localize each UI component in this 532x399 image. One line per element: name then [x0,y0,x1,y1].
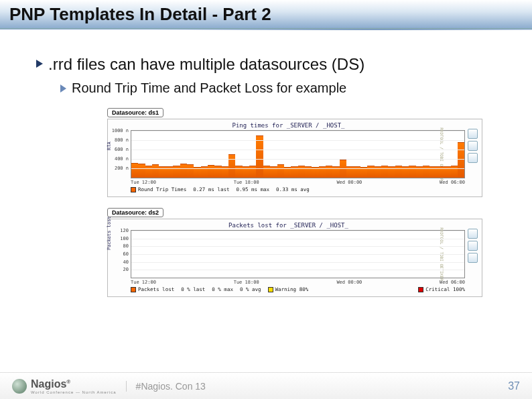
chart2-legend-max: 0 % max [212,286,233,292]
xml-icon[interactable] [468,141,478,151]
chart1-xlabels: Tue 12:00Tue 18:00Wed 00:00Wed 06:00 [131,180,465,185]
chart1-legend-max: 0.95 ms max [236,186,269,192]
hashtag: #Nagios. Con 13 [126,381,206,392]
datasource-label-2: Datasource: ds2 [107,208,163,217]
chart2-legend: Packets lost 0 % last 0 % max 0 % avg Wa… [131,286,465,292]
chart2-toolbar [468,222,478,292]
charts-container: Datasource: ds1 Ping times for _SERVER /… [107,105,482,297]
logo-sub: World Conference — North America [31,390,117,394]
chart-frame-ds1: Ping times for _SERVER / _HOST_ RTA RRDT… [107,119,482,197]
globe-icon [12,379,27,394]
chart1-bars [131,131,464,178]
chart2-title: Packets lost for _SERVER / _HOST_ [112,222,465,229]
bullet-text-2: Round Trip Time and Packet Loss for exam… [72,80,346,96]
xml-icon[interactable] [468,241,478,251]
chart2-xlabels: Tue 12:00Tue 18:00Wed 00:00Wed 06:00 [131,280,465,285]
nagios-logo: Nagios® World Conference — North America [12,378,117,394]
pdf-icon[interactable] [468,229,478,239]
chart1-legend-last: 0.27 ms last [193,186,229,192]
datasource-label-1: Datasource: ds1 [107,108,163,117]
pdf-icon[interactable] [468,129,478,139]
chart-ds2: Packets lost for _SERVER / _HOST_ Packet… [112,222,465,292]
bullet-level-2: Round Trip Time and Packet Loss for exam… [60,80,505,96]
chart2-legend-name: Packets lost [138,286,174,292]
bullet-icon [60,84,66,93]
chart-frame-ds2: Packets lost for _SERVER / _HOST_ Packet… [107,219,482,297]
chart1-toolbar [468,122,478,192]
chart-ds1: Ping times for _SERVER / _HOST_ RTA RRDT… [112,122,465,192]
logo-text: Nagios® World Conference — North America [31,378,117,394]
content-area: .rrd files can have multiple datasources… [0,30,532,297]
title-underline [0,28,532,29]
footer: Nagios® World Conference — North America… [0,372,532,399]
chart2-legend-warn: Warning 80% [275,286,309,292]
chart1-plot: RRDTOOL / TOBI OETIKER 200 n400 n600 n80… [131,130,465,178]
bullet-level-1: .rrd files can have multiple datasources… [36,55,505,74]
bullet-text-1: .rrd files can have multiple datasources… [48,55,364,74]
chart1-legend-avg: 0.33 ms avg [276,186,310,192]
chart2-legend-crit: Critical 100% [425,286,465,292]
chart2-legend-avg: 0 % avg [240,286,261,292]
chart2-legend-last: 0 % last [181,286,205,292]
chart1-legend: Round Trip Times 0.27 ms last 0.95 ms ma… [131,186,465,192]
logo-main: Nagios [31,378,66,390]
chart2-plot: RRDTOOL / TOBI OETIKER 20406080100120 [131,230,465,278]
chart1-title: Ping times for _SERVER / _HOST_ [112,122,465,129]
chart1-legend-name: Round Trip Times [138,186,186,192]
stats-icon[interactable] [468,253,478,263]
stats-icon[interactable] [468,153,478,163]
slide-title: PNP Templates In Detail - Part 2 [9,4,271,25]
page-number: 37 [508,380,520,392]
bullet-icon [36,60,43,68]
